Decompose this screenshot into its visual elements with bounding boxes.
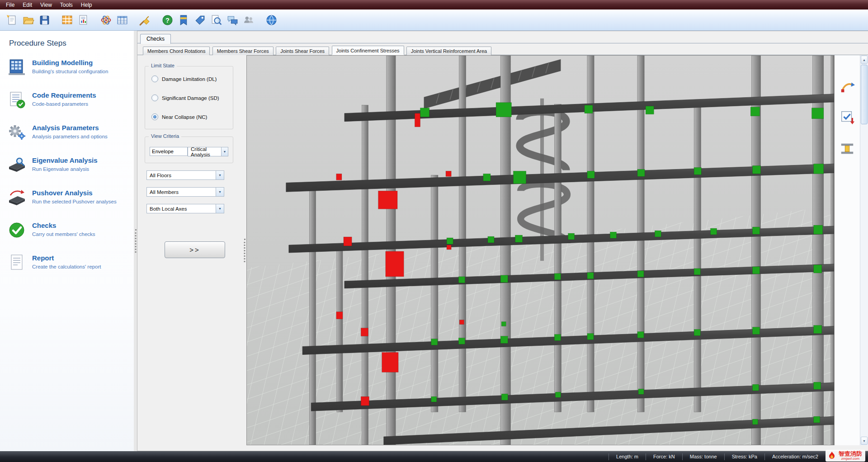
- settings-tag-button[interactable]: [192, 11, 208, 28]
- radio-label: Damage Limitation (DL): [162, 76, 217, 82]
- chevron-down-icon: ▼: [221, 147, 228, 156]
- step-desc: Run Eigenvalue analysis: [32, 166, 98, 172]
- web-site-icon: [265, 14, 278, 26]
- scroll-up-icon[interactable]: ▲: [861, 56, 868, 64]
- scrollbar-track[interactable]: [860, 125, 868, 436]
- watermark: 智查消防 zmjaxf.com: [826, 450, 865, 462]
- sidebar-item-analysis-parameters[interactable]: Analysis Parameters Analysis parameters …: [7, 123, 134, 142]
- step-label: Building Modelling: [32, 59, 108, 66]
- step-label: Eigenvalue Analysis: [32, 156, 98, 164]
- deformed-shape-button[interactable]: [838, 76, 857, 95]
- sidebar-item-pushover-analysis[interactable]: Pushover Analysis Run the selected Pusho…: [7, 188, 134, 207]
- sidebar-item-code-requirements[interactable]: Code Requirements Code-based parameters: [7, 90, 134, 109]
- sidebar-item-building-modelling[interactable]: Building Modelling Building's structural…: [7, 58, 134, 77]
- status-stress: Stress: kPa: [724, 453, 764, 460]
- checks-step-icon: [7, 221, 26, 240]
- building-modeller-button[interactable]: [59, 11, 75, 28]
- feedback-button[interactable]: [224, 11, 241, 28]
- tab-checks[interactable]: Checks: [140, 34, 171, 44]
- analysis-select-value: Critical Analysis: [191, 146, 221, 157]
- floors-select[interactable]: All Floors ▼: [146, 170, 224, 180]
- chevron-down-icon: ▼: [216, 171, 224, 179]
- envelope-input[interactable]: [150, 147, 188, 156]
- sidebar-item-report[interactable]: Report Create the calculations' report: [7, 253, 134, 272]
- bookmarks-button[interactable]: [175, 11, 192, 28]
- subtab-joints-confinement-stresses[interactable]: Joints Confinement Stresses: [332, 46, 404, 55]
- subtab-members-shear-forces[interactable]: Members Shear Forces: [212, 47, 274, 55]
- settings-tag-icon: [194, 14, 206, 26]
- code-requirements-icon: [100, 14, 112, 26]
- analysis-select[interactable]: Critical Analysis ▼: [188, 147, 228, 156]
- clean-model-button[interactable]: [137, 11, 153, 28]
- scrollbar-thumb[interactable]: [861, 65, 868, 124]
- step-label: Report: [32, 254, 101, 262]
- view-criteria-title: View Criteria: [149, 133, 181, 139]
- subtab-members-chord-rotations[interactable]: Members Chord Rotations: [143, 47, 210, 55]
- user-community-button[interactable]: [241, 11, 257, 28]
- step-label: Code Requirements: [32, 91, 96, 99]
- member-section-icon: [840, 141, 855, 156]
- svg-text:?: ?: [165, 16, 170, 24]
- axes-select[interactable]: Both Local Axes ▼: [146, 204, 224, 213]
- building-modelling-icon: [7, 58, 26, 77]
- menu-edit[interactable]: Edit: [19, 1, 36, 9]
- viewport-3d[interactable]: [246, 55, 835, 445]
- radio-near-collapse[interactable]: Near Collapse (NC): [151, 113, 228, 120]
- analysis-parameters-button[interactable]: [114, 11, 130, 28]
- view-criteria-group: View Criteria Critical Analysis ▼: [145, 137, 233, 163]
- checks-table-button[interactable]: [838, 108, 857, 127]
- code-requirements-button[interactable]: [98, 11, 114, 28]
- radio-damage-limitation[interactable]: Damage Limitation (DL): [151, 75, 228, 82]
- watermark-subtitle: zmjaxf.com: [841, 457, 859, 461]
- status-bar: Length: m Force: kN Mass: tonne Stress: …: [0, 451, 868, 462]
- step-desc: Run the selected Pushover analyses: [32, 199, 117, 204]
- scroll-down-icon[interactable]: ▼: [861, 437, 868, 445]
- flame-logo-icon: [827, 451, 836, 460]
- subtab-joints-shear-forces[interactable]: Joints Shear Forces: [276, 47, 329, 55]
- clean-model-icon: [139, 14, 151, 26]
- save-button[interactable]: [36, 11, 52, 28]
- pushover-analysis-icon: [7, 188, 26, 207]
- subtab-joints-vertical-reinforcement-area[interactable]: Joints Vertical Reinforcement Area: [406, 47, 491, 55]
- web-site-button[interactable]: [263, 11, 279, 28]
- window-body: Procedure Steps Building Modelling: [0, 31, 868, 451]
- procedure-steps-panel: Procedure Steps Building Modelling: [0, 31, 134, 451]
- sidebar-item-checks[interactable]: Checks Carry out members' checks: [7, 221, 134, 240]
- code-requirements-step-icon: [7, 90, 26, 109]
- radio-icon: [151, 75, 158, 82]
- menu-view[interactable]: View: [36, 1, 56, 9]
- main-tabstrip: Checks: [137, 31, 868, 43]
- report-step-icon: [7, 253, 26, 272]
- members-select-value: All Members: [150, 189, 179, 195]
- menu-help[interactable]: Help: [77, 1, 96, 9]
- sidebar-splitter[interactable]: [134, 31, 137, 451]
- step-label: Analysis Parameters: [32, 124, 108, 132]
- search-document-button[interactable]: [208, 11, 224, 28]
- menu-file[interactable]: File: [2, 1, 19, 9]
- building-render: [247, 56, 834, 445]
- limit-state-title: Limit State: [149, 63, 177, 68]
- new-document-icon: [6, 14, 18, 26]
- report-preview-button[interactable]: [75, 11, 91, 28]
- application-window: File Edit View Tools Help: [0, 0, 868, 462]
- help-button[interactable]: ?: [159, 11, 175, 28]
- user-community-icon: [243, 14, 255, 26]
- open-folder-button[interactable]: [20, 11, 36, 28]
- menu-bar: File Edit View Tools Help: [0, 0, 868, 9]
- vertical-scrollbar[interactable]: ▲ ▼: [860, 55, 868, 445]
- toolbar: ?: [0, 9, 868, 31]
- view-controls-panel: Limit State Damage Limitation (DL) Signi…: [137, 55, 242, 445]
- controls-splitter[interactable]: [242, 55, 246, 445]
- analysis-parameters-icon: [116, 14, 128, 26]
- chevron-down-icon: ▼: [216, 188, 224, 196]
- menu-tools[interactable]: Tools: [56, 1, 77, 9]
- eigenvalue-analysis-icon: [7, 156, 26, 174]
- apply-button[interactable]: >>: [165, 241, 225, 258]
- new-document-button[interactable]: [4, 11, 20, 28]
- radio-significant-damage[interactable]: Significant Damage (SD): [151, 94, 228, 101]
- member-section-button[interactable]: [838, 139, 857, 158]
- members-select[interactable]: All Members ▼: [146, 187, 224, 197]
- sidebar-item-eigenvalue-analysis[interactable]: Eigenvalue Analysis Run Eigenvalue analy…: [7, 156, 134, 174]
- open-folder-icon: [22, 14, 34, 26]
- step-desc: Carry out members' checks: [32, 231, 95, 237]
